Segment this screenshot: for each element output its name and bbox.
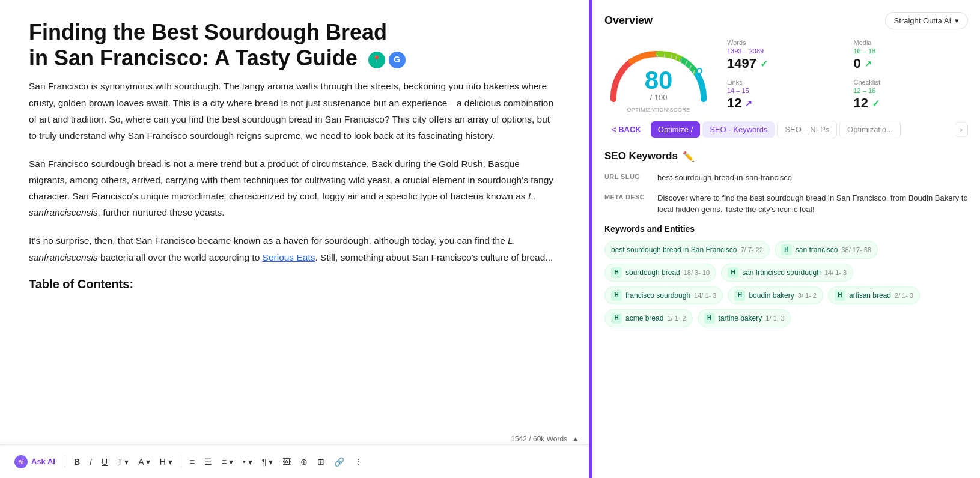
keyword-tag[interactable]: best sourdough bread in San Francisco7/ … [604,241,770,259]
tab-seo-keywords-button[interactable]: SEO - Keywords [702,121,775,138]
align-center-button[interactable]: ☰ [201,455,216,469]
gauge-label: OPTIMIZATION SCORE [604,107,713,113]
media-range: 16 – 18 [854,47,969,55]
link-button[interactable]: 🔗 [330,455,348,469]
gauge-number: 80 [645,68,673,93]
keyword-tag[interactable]: Hsan francisco sourdough14/ 1- 3 [721,264,853,282]
keyword-text: best sourdough bread in San Francisco [611,246,737,254]
word-count: 1542 / 60k Words [511,435,567,443]
stat-media: Media 16 – 18 0 ↗ [854,39,969,71]
ai-icon: Ai [14,455,28,468]
links-value: 12 ↗ [727,95,842,111]
heading-button[interactable]: H ▾ [156,455,176,469]
paragraph-1: San Francisco is synonymous with sourdou… [29,78,560,144]
h-badge: H [835,290,845,301]
words-check-icon: ✓ [760,58,768,70]
editor-toolbar: Ai Ask AI B I U T ▾ A ▾ H ▾ ≡ ☰ ≡ ▾ • ▾ … [0,444,589,478]
keyword-nums: 14/ 1- 3 [694,292,716,299]
collapse-icon[interactable]: ▲ [572,435,579,443]
gauge-score: 80 / 100 [645,68,673,102]
font-size-button[interactable]: A ▾ [135,455,153,469]
keyword-nums: 2/ 1- 3 [895,292,913,299]
h-badge: H [728,267,738,278]
text-format-button[interactable]: T ▾ [114,455,132,469]
more-button[interactable]: ⋮ [350,455,366,469]
keyword-nums: 1/ 1- 2 [667,315,686,322]
ask-ai-label: Ask AI [31,457,55,466]
keyword-tag[interactable]: Hsan francisco38/ 17- 68 [775,241,878,259]
ask-ai-button[interactable]: Ai Ask AI [10,453,60,471]
keyword-text: francisco sourdough [625,291,690,300]
tab-optimize-button[interactable]: Optimize / [651,121,701,138]
grammarly-icon: G [389,52,406,68]
bold-button[interactable]: B [70,455,84,469]
toolbar-divider-2 [181,456,181,468]
words-value: 1497 ✓ [727,56,842,71]
keyword-text: san francisco [796,246,838,254]
keyword-text: tartine bakery [719,314,762,322]
ai-mode-dropdown[interactable]: Straight Outta AI ▾ [885,12,968,29]
keyword-tag[interactable]: Hboudin bakery3/ 1- 2 [728,286,823,304]
keyword-tag[interactable]: Hacme bread1/ 1- 2 [604,309,693,327]
h-badge: H [734,290,745,301]
article-title: Finding the Best Sourdough Bread in San … [29,19,560,71]
tabs-chevron-right[interactable]: › [955,122,968,137]
editor-content[interactable]: Finding the Best Sourdough Bread in San … [0,0,589,478]
keyword-tag[interactable]: Htartine bakery1/ 1- 3 [698,309,791,327]
paragraph-button[interactable]: ¶ ▾ [258,455,276,469]
seo-keywords-section: SEO Keywords ✏️ URL SLUG best-sourdough-… [604,150,968,327]
meta-desc-value: Discover where to find the best sourdoug… [657,192,968,216]
keyword-nums: 18/ 3- 10 [684,269,710,276]
checklist-range: 12 – 16 [854,87,969,94]
links-arrow-icon: ↗ [745,98,752,108]
keyword-text: sourdough bread [625,268,680,277]
keyword-text: artisan bread [849,291,891,300]
stat-words: Words 1393 – 2089 1497 ✓ [727,39,842,71]
keyword-tag[interactable]: Hartisan bread2/ 1- 3 [828,286,920,304]
tabs-row: < BACK Optimize / SEO - Keywords SEO – N… [604,121,968,138]
meta-desc-label: META DESC [604,192,648,201]
keyword-nums: 38/ 17- 68 [841,246,871,253]
checklist-label: Checklist [854,79,969,86]
tab-optimization-button[interactable]: Optimizatio... [839,121,901,138]
keyword-nums: 1/ 1- 3 [765,315,784,322]
plus-button[interactable]: ⊕ [297,455,311,469]
seo-keywords-title: SEO Keywords ✏️ [604,150,968,162]
checklist-value: 12 ✓ [854,95,969,111]
meta-desc-row: META DESC Discover where to find the bes… [604,192,968,216]
words-label: Words [727,39,842,46]
editor-body: San Francisco is synonymous with sourdou… [29,78,560,265]
overview-title: Overview [604,14,653,27]
keywords-grid: best sourdough bread in San Francisco7/ … [604,241,968,327]
align-left-button[interactable]: ≡ [186,455,198,469]
list-button[interactable]: ≡ ▾ [218,455,237,469]
table-of-contents: Table of Contents: [29,277,560,296]
url-slug-label: URL SLUG [604,172,648,180]
italic-button[interactable]: I [86,455,96,469]
stats-grid: Words 1393 – 2089 1497 ✓ Media 16 – 18 0… [727,39,968,111]
tab-back-button[interactable]: < BACK [604,121,648,138]
h-badge: H [781,244,792,255]
h-badge: H [611,290,622,301]
columns-button[interactable]: ⊞ [314,455,328,469]
image-button[interactable]: 🖼 [279,455,294,469]
media-value: 0 ↗ [854,56,969,71]
edit-icon[interactable]: ✏️ [683,151,695,162]
bullet-button[interactable]: • ▾ [239,455,256,469]
paragraph-2: San Francisco sourdough bread is not a m… [29,156,560,221]
word-count-bar: 1542 / 60k Words ▲ [511,435,579,443]
gauge-stats-area: 80 / 100 OPTIMIZATION SCORE Words 1393 –… [604,39,968,111]
gauge-denom: / 100 [645,93,673,102]
url-slug-row: URL SLUG best-sourdough-bread-in-san-fra… [604,172,968,184]
keyword-text: acme bread [625,314,663,322]
right-panel[interactable]: Overview Straight Outta AI ▾ [592,0,980,478]
keyword-text: san francisco sourdough [742,268,821,277]
links-range: 14 – 15 [727,87,842,94]
words-range: 1393 – 2089 [727,47,842,55]
underline-button[interactable]: U [98,455,111,469]
svg-point-8 [697,68,702,73]
keyword-tag[interactable]: Hfrancisco sourdough14/ 1- 3 [604,286,723,304]
tab-seo-nlps-button[interactable]: SEO – NLPs [777,121,837,138]
keyword-tag[interactable]: Hsourdough bread18/ 3- 10 [604,264,716,282]
keyword-text: boudin bakery [749,291,794,300]
